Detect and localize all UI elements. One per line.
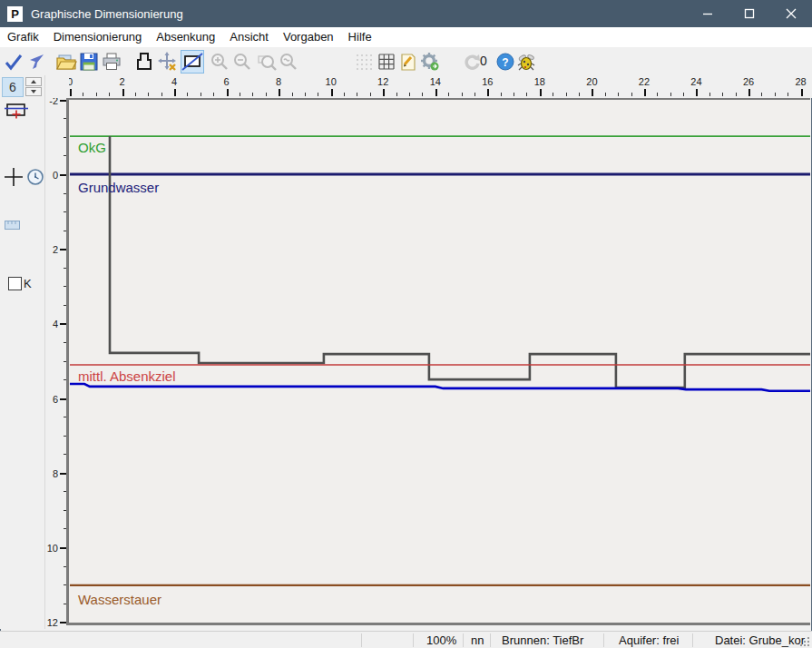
ruler-tick	[748, 89, 750, 96]
ruler-tick	[474, 93, 475, 96]
open-file-button[interactable]	[54, 50, 78, 74]
menu-dimensionierung[interactable]: Dimensionierung	[46, 27, 150, 47]
ruler-tick	[240, 93, 240, 96]
ruler-tick	[109, 93, 110, 96]
ruler-tick	[396, 93, 397, 96]
ruler-label: 4	[53, 319, 58, 329]
ruler-tick	[370, 93, 371, 96]
plot-label-wasserstauer: Wasserstauer	[78, 592, 161, 607]
ruler-label: 0	[53, 170, 58, 181]
zoom-in-button[interactable]	[208, 50, 231, 74]
ruler-tick	[122, 89, 124, 96]
ruler-label: 2	[119, 76, 124, 87]
ruler-tick	[775, 93, 776, 96]
ruler-tick	[644, 89, 646, 96]
edit-note-button[interactable]	[396, 50, 420, 74]
well-count-spinner-value[interactable]: 6	[2, 77, 24, 97]
ruler-tick	[709, 93, 710, 96]
debug-bug-button[interactable]	[514, 50, 538, 74]
ruler-tick	[383, 89, 385, 96]
ruler-tick	[331, 89, 333, 96]
dots-grid-button[interactable]	[352, 50, 376, 74]
help-icon: ?	[495, 52, 515, 72]
select-cursor-button[interactable]	[24, 50, 48, 74]
ruler-tick	[696, 89, 698, 96]
profile-line-tool-button[interactable]	[181, 50, 204, 74]
ruler-button[interactable]	[5, 217, 20, 233]
apply-check-button[interactable]	[2, 50, 25, 74]
profile-line-icon	[181, 51, 203, 73]
save-floppy-icon	[79, 52, 99, 72]
plot-label-okg: OkG	[78, 140, 106, 155]
ruler-label: 16	[482, 76, 493, 87]
minimize-icon	[702, 8, 713, 19]
ruler-tick	[801, 89, 803, 96]
ruler-tick	[161, 93, 162, 96]
ruler-label: 10	[47, 543, 58, 554]
menu-hilfe[interactable]: Hilfe	[341, 27, 379, 47]
menu-grafik[interactable]: Grafik	[0, 27, 46, 47]
bug-icon	[515, 51, 537, 73]
clock-icon	[26, 168, 44, 186]
ruler-tick	[553, 93, 553, 96]
ruler-label: 0	[69, 76, 73, 87]
spinner-up-button[interactable]	[25, 77, 42, 86]
ruler-tick	[344, 93, 345, 96]
save-button[interactable]	[77, 50, 101, 74]
close-button[interactable]	[770, 0, 812, 27]
ruler-tick	[318, 93, 318, 96]
app-icon: P	[7, 6, 23, 22]
plot-area[interactable]: OkGGrundwassermittl. AbsenkzielWassersta…	[66, 98, 810, 625]
ruler-tick	[187, 93, 188, 96]
close-icon	[786, 8, 797, 19]
toolbar: 0 ?	[0, 47, 812, 76]
spinner-down-button[interactable]	[25, 87, 42, 96]
plot-label-absenkziel: mittl. Absenkziel	[78, 368, 176, 384]
ruler-tick	[292, 93, 293, 96]
menu-vorgaben[interactable]: Vorgaben	[276, 27, 341, 47]
resize-grip[interactable]	[799, 636, 810, 647]
ruler-label: 26	[743, 76, 754, 87]
horizontal-ruler: 0246810121416182022242628	[45, 75, 812, 98]
ruler-tick	[683, 93, 684, 96]
zoom-out-button[interactable]	[230, 50, 254, 74]
ruler-tick	[462, 93, 463, 96]
k-checkbox[interactable]	[8, 277, 22, 290]
well-section-button[interactable]	[4, 100, 31, 125]
well-section-icon	[4, 100, 31, 122]
ruler-tick	[788, 93, 788, 96]
maximize-button[interactable]	[729, 0, 770, 27]
ruler-tick	[252, 93, 253, 96]
ruler-icon	[5, 221, 20, 230]
minimize-button[interactable]	[687, 0, 729, 27]
grid-button[interactable]	[375, 50, 398, 74]
ruler-label: 20	[586, 76, 597, 87]
ruler-label: 24	[690, 76, 701, 87]
ruler-label: 4	[171, 76, 177, 87]
ruler-tick	[96, 93, 97, 96]
menu-ansicht[interactable]: Ansicht	[222, 27, 276, 47]
ruler-tick	[722, 93, 723, 96]
ruler-tick	[487, 89, 489, 96]
settings-gear-button[interactable]	[418, 50, 442, 74]
ruler-tick	[657, 93, 658, 96]
zoom-reset-button[interactable]	[276, 50, 299, 74]
shape-tool-button[interactable]	[132, 50, 156, 74]
crosshair-button[interactable]	[4, 167, 24, 191]
title-bar: P Graphische Dimensionierung	[0, 0, 812, 27]
ruler-tick	[618, 93, 619, 96]
ruler-tick	[435, 89, 437, 96]
plot-label-grundwasser: Grundwasser	[78, 180, 159, 195]
zoom-in-icon	[210, 52, 230, 72]
ruler-label: 18	[534, 76, 545, 87]
print-button[interactable]	[100, 50, 123, 74]
ruler-label: 6	[53, 394, 58, 405]
ruler-tick	[174, 89, 176, 96]
ruler-tick	[566, 93, 567, 96]
ruler-tick	[83, 93, 83, 96]
status-datei: Datei: Grube_kor	[715, 633, 805, 647]
menu-absenkung[interactable]: Absenkung	[149, 27, 222, 47]
ruler-label: 8	[276, 76, 281, 87]
clock-button[interactable]	[26, 168, 44, 190]
move-points-button[interactable]	[156, 50, 180, 74]
